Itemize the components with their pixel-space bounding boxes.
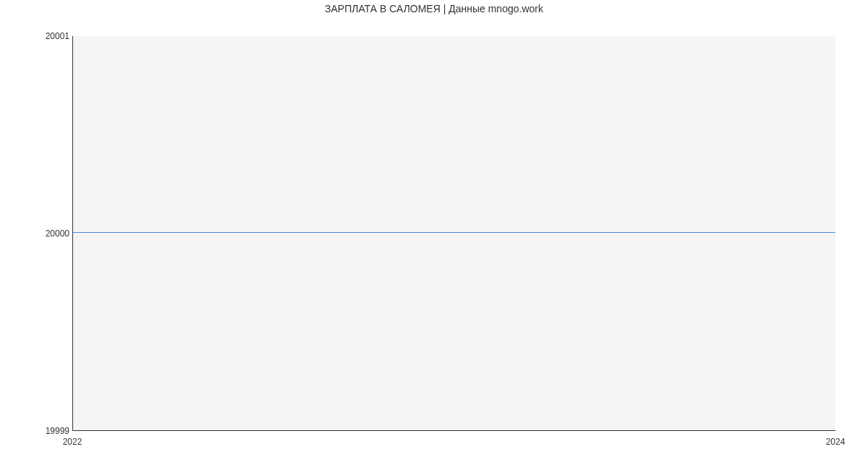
chart: ЗАРПЛАТА В САЛОМЕЯ | Данные mnogo.work 2… [0,0,868,470]
chart-title: ЗАРПЛАТА В САЛОМЕЯ | Данные mnogo.work [0,3,868,14]
y-tick-label: 19999 [4,427,69,435]
y-tick-label: 20001 [4,32,69,40]
y-tick-label: 20000 [4,229,69,238]
x-tick-label: 2022 [51,437,94,447]
series-line [73,232,835,233]
x-tick-label: 2024 [814,437,857,447]
plot-area [72,36,835,431]
